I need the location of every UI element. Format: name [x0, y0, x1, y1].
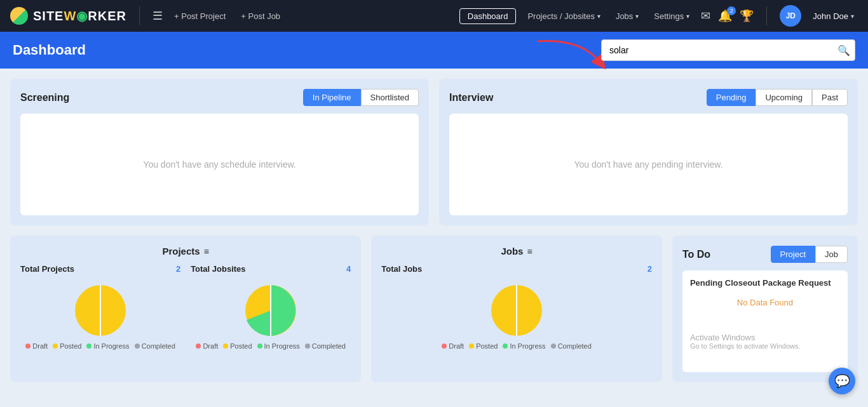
total-projects-title: Total Projects 2	[20, 264, 180, 274]
notification-icon[interactable]: 🔔 2	[718, 9, 732, 23]
jobs-list-icon: ≡	[527, 246, 532, 257]
posted-dot	[223, 344, 228, 349]
draft-dot	[196, 344, 201, 349]
activate-windows-sub: Go to Settings to activate Windows.	[690, 342, 840, 350]
legend-completed: Completed	[305, 342, 346, 350]
interview-tab-upcoming[interactable]: Upcoming	[756, 89, 812, 106]
nav-divider-1	[139, 6, 140, 25]
dashboard-header: Dashboard 🔍	[0, 32, 868, 69]
legend-posted: Posted	[53, 342, 81, 350]
posted-dot	[469, 344, 474, 349]
total-jobsites-count: 4	[346, 264, 351, 274]
total-projects-col: Total Projects 2 Draft	[20, 264, 180, 350]
nav-divider-2	[766, 6, 767, 25]
chat-button[interactable]: 💬	[829, 368, 855, 392]
interview-tab-pending[interactable]: Pending	[707, 89, 756, 106]
projects-legend: Draft Posted In Progress	[25, 342, 175, 350]
jobs-section-title: Jobs ≡	[381, 246, 652, 257]
draft-dot	[442, 344, 447, 349]
todo-header: To Do Project Job	[682, 246, 848, 263]
completed-dot	[551, 344, 556, 349]
interview-tab-past[interactable]: Past	[812, 89, 848, 106]
posted-dot	[53, 344, 58, 349]
interview-empty-message: You don't have any pending interview.	[574, 159, 722, 170]
in-progress-dot	[86, 344, 92, 349]
total-jobsites-chart: Draft Posted In Progress	[191, 279, 351, 350]
total-jobsites-title: Total Jobsites 4	[191, 264, 351, 274]
red-arrow	[531, 35, 607, 72]
screening-card-body: You don't have any schedule interview.	[20, 114, 419, 215]
navbar: SITEW◉RKER ☰ + Post Project + Post Job D…	[0, 0, 868, 32]
legend-in-progress: In Progress	[257, 342, 300, 350]
legend-posted: Posted	[469, 342, 498, 350]
projects-inner: Total Projects 2 Draft	[20, 264, 351, 350]
jobs-pie-chart	[485, 279, 548, 342]
brand-logo[interactable]: SITEW◉RKER	[10, 7, 126, 25]
total-projects-chart: Draft Posted In Progress	[20, 279, 180, 350]
search-icon[interactable]: 🔍	[837, 44, 850, 57]
settings-dropdown[interactable]: Settings ▾	[650, 9, 693, 23]
todo-tab-project[interactable]: Project	[771, 246, 815, 263]
legend-completed: Completed	[551, 342, 592, 350]
interview-card-header: Interview Pending Upcoming Past	[449, 89, 848, 106]
chevron-down-icon: ▾	[635, 13, 639, 20]
draft-dot	[25, 344, 31, 349]
jobs-legend: Draft Posted In Progress	[442, 342, 592, 350]
todo-title: To Do	[682, 249, 710, 260]
interview-card-body: You don't have any pending interview.	[449, 114, 848, 215]
jobs-dropdown[interactable]: Jobs ▾	[612, 9, 642, 23]
projects-jobsites-dropdown[interactable]: Projects / Jobsites ▾	[524, 9, 604, 23]
hamburger-icon[interactable]: ☰	[153, 9, 163, 23]
projects-pie-chart	[69, 279, 132, 342]
jobs-inner: Total Jobs 2 Draft	[381, 264, 652, 350]
screening-card-header: Screening In Pipeline Shortlisted	[20, 89, 419, 106]
screening-title: Screening	[20, 92, 69, 103]
interview-card: Interview Pending Upcoming Past You don'…	[439, 79, 858, 225]
total-jobs-col: Total Jobs 2 Draft	[381, 264, 652, 350]
avatar[interactable]: JD	[780, 5, 801, 27]
nav-icons: ✉ 🔔 2 🏆	[701, 9, 754, 23]
activate-windows-section: Activate Windows Go to Settings to activ…	[690, 333, 840, 350]
brand-icon	[10, 7, 28, 25]
page-title: Dashboard	[13, 42, 86, 58]
projects-card: Projects ≡ Total Projects 2	[10, 236, 361, 382]
bottom-row: Projects ≡ Total Projects 2	[10, 236, 858, 382]
interview-tabs: Pending Upcoming Past	[707, 89, 848, 106]
screening-tab-in-pipeline[interactable]: In Pipeline	[303, 89, 361, 106]
total-jobs-count: 2	[648, 264, 652, 274]
legend-in-progress: In Progress	[503, 342, 545, 350]
legend-draft: Draft	[25, 342, 48, 350]
chevron-down-icon: ▾	[686, 13, 689, 20]
total-jobs-title: Total Jobs 2	[381, 264, 652, 274]
todo-body: Pending Closeout Package Request No Data…	[682, 270, 848, 372]
legend-draft: Draft	[442, 342, 464, 350]
todo-section-label: Pending Closeout Package Request	[690, 278, 840, 288]
completed-dot	[305, 344, 310, 349]
activate-windows-title: Activate Windows	[690, 333, 840, 342]
screening-tab-shortlisted[interactable]: Shortlisted	[361, 89, 419, 106]
screening-card: Screening In Pipeline Shortlisted You do…	[10, 79, 429, 225]
todo-card: To Do Project Job Pending Closeout Packa…	[672, 236, 858, 382]
search-bar-wrapper: 🔍	[601, 39, 855, 61]
legend-posted: Posted	[223, 342, 252, 350]
legend-draft: Draft	[196, 342, 218, 350]
jobs-card: Jobs ≡ Total Jobs 2	[371, 236, 662, 382]
top-row: Screening In Pipeline Shortlisted You do…	[10, 79, 858, 225]
post-job-link[interactable]: + Post Job	[237, 9, 284, 23]
interview-title: Interview	[449, 92, 493, 103]
chevron-down-icon: ▾	[851, 13, 854, 20]
brand-name: SITEW◉RKER	[33, 8, 126, 23]
user-dropdown[interactable]: John Doe ▾	[809, 9, 858, 23]
todo-tab-job[interactable]: Job	[815, 246, 848, 263]
trophy-icon[interactable]: 🏆	[740, 9, 754, 23]
projects-section-title: Projects ≡	[20, 246, 351, 257]
jobsites-pie-chart	[239, 279, 302, 342]
notification-badge: 2	[727, 6, 736, 15]
todo-tabs: Project Job	[771, 246, 848, 263]
projects-list-icon: ≡	[204, 246, 209, 257]
search-input[interactable]	[601, 39, 855, 61]
mail-icon[interactable]: ✉	[701, 9, 710, 23]
dashboard-nav-btn[interactable]: Dashboard	[459, 8, 517, 24]
post-project-link[interactable]: + Post Project	[170, 9, 229, 23]
legend-completed: Completed	[135, 342, 175, 350]
